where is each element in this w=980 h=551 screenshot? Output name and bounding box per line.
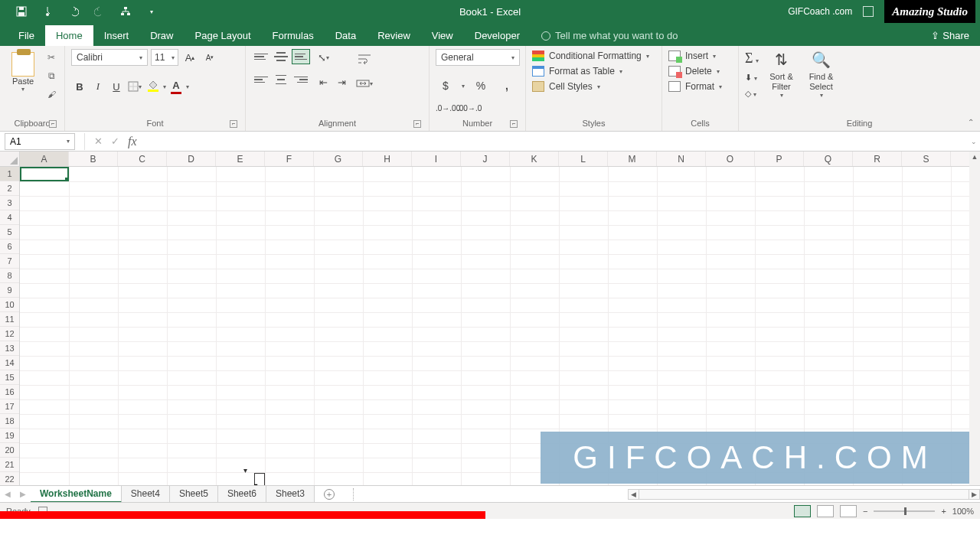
column-header[interactable]: E	[216, 152, 265, 166]
column-header[interactable]: J	[461, 152, 510, 166]
column-header[interactable]: M	[608, 152, 657, 166]
merge-center-button[interactable]: ▾	[354, 75, 374, 92]
sheet-tab[interactable]: Sheet4	[122, 486, 170, 503]
tab-review[interactable]: Review	[367, 25, 421, 46]
insert-function-icon[interactable]: fx	[128, 135, 137, 148]
row-header[interactable]: 7	[0, 254, 19, 269]
dialog-launcher-icon[interactable]: ⌐	[510, 120, 518, 128]
row-header[interactable]: 11	[0, 312, 19, 327]
autosum-button[interactable]: Σ ▾	[745, 51, 759, 67]
tab-insert[interactable]: Insert	[93, 25, 140, 46]
column-header[interactable]: H	[363, 152, 412, 166]
format-painter-icon[interactable]	[44, 87, 58, 101]
row-header[interactable]: 6	[0, 240, 19, 254]
horizontal-scrollbar[interactable]: ◀ ▶	[628, 489, 980, 500]
row-header[interactable]: 22	[0, 472, 19, 485]
clear-button[interactable]: ◇ ▾	[745, 89, 759, 99]
undo-icon[interactable]	[67, 5, 80, 18]
column-header[interactable]: B	[69, 152, 118, 166]
align-right-icon[interactable]	[292, 72, 310, 87]
sheet-nav-prev-icon[interactable]: ◀	[0, 490, 15, 498]
borders-button[interactable]: ▾	[126, 78, 143, 95]
zoom-slider[interactable]	[874, 510, 935, 512]
tab-split-handle[interactable]	[353, 488, 356, 500]
column-header[interactable]: G	[314, 152, 363, 166]
column-header[interactable]: C	[118, 152, 167, 166]
row-header[interactable]: 12	[0, 327, 19, 341]
decrease-indent-icon[interactable]: ⇤	[315, 73, 332, 90]
save-icon[interactable]	[15, 5, 28, 18]
accounting-dropdown-icon[interactable]: ▾	[462, 83, 465, 90]
wrap-text-button[interactable]	[354, 51, 374, 67]
tab-draw[interactable]: Draw	[139, 25, 184, 46]
column-header[interactable]: A	[20, 152, 69, 166]
bold-button[interactable]: B	[71, 78, 88, 95]
row-header[interactable]: 15	[0, 370, 19, 385]
column-header[interactable]: P	[755, 152, 804, 166]
zoom-level[interactable]: 100%	[952, 507, 974, 516]
page-layout-view-icon[interactable]	[817, 505, 834, 517]
insert-cells-button[interactable]: Insert ▾	[668, 51, 722, 61]
row-header[interactable]: 5	[0, 225, 19, 240]
fill-color-button[interactable]	[145, 78, 162, 95]
row-header[interactable]: 21	[0, 458, 19, 472]
hierarchy-icon[interactable]	[119, 5, 132, 18]
tell-me-search[interactable]: Tell me what you want to do	[531, 25, 688, 46]
column-header[interactable]: F	[265, 152, 314, 166]
conditional-formatting-button[interactable]: Conditional Formatting ▾	[532, 51, 649, 61]
cell-styles-button[interactable]: Cell Styles ▾	[532, 81, 649, 92]
tab-data[interactable]: Data	[325, 25, 367, 46]
redo-icon[interactable]	[93, 5, 106, 18]
find-select-button[interactable]: 🔍 Find & Select▾	[803, 49, 840, 99]
row-header[interactable]: 16	[0, 385, 19, 399]
row-header[interactable]: 3	[0, 196, 19, 210]
row-header[interactable]: 10	[0, 298, 19, 312]
column-header[interactable]: I	[412, 152, 461, 166]
collapse-ribbon-icon[interactable]: ⌃	[968, 118, 974, 126]
zoom-out-icon[interactable]: −	[863, 507, 867, 516]
select-all-corner[interactable]	[0, 152, 20, 166]
number-format-combo[interactable]: General▾	[436, 49, 520, 66]
touch-mode-icon[interactable]	[41, 5, 54, 18]
tab-home[interactable]: Home	[45, 25, 93, 46]
column-header[interactable]: N	[657, 152, 706, 166]
sheet-tab[interactable]: WorksheetName	[31, 486, 122, 503]
column-header[interactable]: Q	[804, 152, 853, 166]
qat-customize-icon[interactable]: ▾	[145, 5, 158, 18]
row-header[interactable]: 19	[0, 429, 19, 443]
font-size-combo[interactable]: 11▾	[151, 49, 178, 66]
name-box[interactable]: A1▾	[5, 133, 75, 150]
row-header[interactable]: 14	[0, 356, 19, 370]
tab-file[interactable]: File	[8, 25, 45, 46]
row-header[interactable]: 18	[0, 414, 19, 429]
scroll-left-icon[interactable]: ◀	[629, 490, 639, 499]
column-header[interactable]: O	[706, 152, 755, 166]
font-color-dropdown-icon[interactable]: ▾	[186, 83, 189, 90]
worksheet-grid[interactable]: ABCDEFGHIJKLMNOPQRS 12345678910111213141…	[0, 152, 980, 485]
new-sheet-button[interactable]: +	[321, 486, 338, 503]
scroll-up-icon[interactable]: ▲	[969, 152, 980, 162]
column-header[interactable]: S	[902, 152, 951, 166]
cut-icon[interactable]	[44, 51, 58, 64]
align-bottom-icon[interactable]	[292, 49, 310, 64]
share-button[interactable]: ⇪ Share	[920, 25, 980, 46]
dialog-launcher-icon[interactable]: ⌐	[413, 120, 421, 128]
align-left-icon[interactable]	[252, 72, 270, 87]
accounting-format-button[interactable]: $	[436, 77, 456, 95]
percent-format-button[interactable]: %	[471, 77, 491, 95]
row-header[interactable]: 1	[0, 167, 19, 181]
font-name-combo[interactable]: Calibri▾	[71, 49, 148, 66]
vertical-scrollbar[interactable]: ▲	[969, 152, 980, 485]
ribbon-display-options-icon[interactable]	[863, 6, 874, 17]
scroll-right-icon[interactable]: ▶	[969, 490, 979, 499]
dialog-launcher-icon[interactable]: ⌐	[230, 120, 237, 128]
row-header[interactable]: 20	[0, 443, 19, 458]
column-header[interactable]: R	[853, 152, 902, 166]
sheet-tab[interactable]: Sheet5	[170, 486, 218, 503]
tab-formulas[interactable]: Formulas	[262, 25, 325, 46]
underline-button[interactable]: U	[108, 78, 125, 95]
italic-button[interactable]: I	[90, 78, 106, 95]
sort-filter-button[interactable]: ⇅ Sort & Filter▾	[763, 49, 800, 99]
row-header[interactable]: 17	[0, 399, 19, 414]
page-break-view-icon[interactable]	[840, 505, 857, 517]
